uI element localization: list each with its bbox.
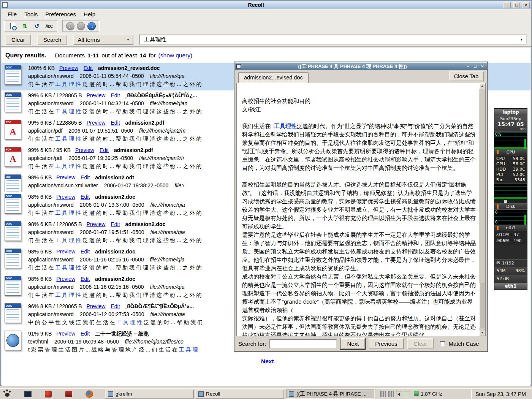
preview-link[interactable]: Preview	[59, 65, 78, 71]
doc-file-icon: DOC	[5, 65, 21, 85]
taskbar: gkrellmRecoll((工 PHRASE 4 具 PHRASE ... 1…	[0, 388, 532, 399]
menu-tools[interactable]: Tools	[21, 10, 41, 19]
html-file-icon	[5, 331, 21, 350]
next-page-button[interactable]: →	[87, 22, 96, 30]
taskbar-button[interactable]: Recoll	[195, 390, 284, 399]
edit-link[interactable]: Edit	[81, 276, 90, 282]
power-icon[interactable]	[404, 391, 410, 397]
search-query-input[interactable]: 工具理性 ▼	[139, 35, 527, 45]
taskbar-button[interactable]: gkrellm	[105, 390, 194, 399]
disk-top-label: 0	[495, 210, 497, 214]
result-mime: application/msword	[28, 284, 74, 290]
package-launcher-icon[interactable]	[43, 390, 53, 399]
search-mode-select[interactable]: All terms ▼	[73, 35, 133, 45]
minimize-icon[interactable]: –	[504, 2, 511, 8]
result-filename: admission2.odt	[95, 174, 134, 180]
term-explorer-button[interactable]: ÂbC	[44, 22, 54, 31]
preview-paragraph: 需要注意的是这些毕业后在社会上能成功发展的学生并不一定是在大学里学习成绩最好的学…	[242, 231, 476, 272]
preview-link[interactable]: Preview	[75, 147, 94, 153]
result-relevance-size: 99% 6 KB / 1228865 B	[28, 92, 82, 98]
preview-task-icon	[289, 391, 294, 397]
edit-link[interactable]: Edit	[111, 120, 120, 126]
history-tool-button[interactable]: ↺	[32, 22, 42, 31]
clear-button[interactable]: Clear	[5, 34, 31, 45]
result-snippet: t 彩 票 管 理 生 活 图 片 ... 战 略 与 管 理 地 产 经 ..…	[28, 346, 198, 354]
footprint-launcher-icon[interactable]	[2, 390, 12, 399]
menu-preferences[interactable]: Preferences	[41, 10, 80, 19]
preview-tab[interactable]: admission2...evised.doc	[238, 72, 309, 83]
fan-row: Fan3348	[496, 177, 525, 183]
first-page-button[interactable]: ←	[66, 22, 74, 30]
maximize-icon[interactable]: □	[513, 2, 520, 8]
find-previous-button[interactable]: Previous	[369, 338, 404, 349]
preview-paragraph: 实际很难），但他的素养和视野很可能更多的得于他自己的努力和经历。这对他自己（甚至…	[242, 314, 476, 336]
editor-launcher-icon[interactable]	[64, 390, 74, 399]
keyboard-indicator-icon[interactable]	[380, 391, 386, 397]
toolbar: ⇅ ↺ ÂbC ← ← →	[1, 19, 531, 33]
scroll-up-icon[interactable]: ▲	[479, 83, 485, 89]
menu-file[interactable]: File	[4, 10, 21, 19]
preview-link[interactable]: Preview	[87, 303, 106, 309]
sensor-value: 52.0C	[513, 172, 525, 177]
gkrellm-mo-label: mo	[496, 127, 526, 131]
preview-link[interactable]: Preview	[56, 194, 75, 200]
edit-link[interactable]: Edit	[111, 303, 120, 309]
match-case-checkbox[interactable]	[440, 341, 445, 346]
show-query-link[interactable]: (show query)	[158, 52, 193, 59]
gkrellm-time: 15:47 05	[496, 121, 526, 127]
edit-link[interactable]: Edit	[81, 194, 90, 200]
recoll-app-icon	[2, 2, 8, 8]
result-filename: admission2.doc	[125, 221, 166, 227]
preview-close-icon[interactable]: ×	[479, 63, 486, 70]
cpu-percent-label: 0%	[495, 132, 501, 136]
close-tab-button[interactable]: Close Tab	[449, 71, 484, 81]
preview-link[interactable]: Preview	[56, 249, 75, 255]
result-date: 2006-01-11 04:32:14 -0500	[80, 100, 144, 106]
volume-icon[interactable]	[396, 391, 402, 397]
result-relevance-size: 91% 9 KB	[28, 331, 52, 337]
menu-help[interactable]: Help	[80, 10, 99, 19]
preview-scrollbar[interactable]: ▲ ▼	[479, 83, 485, 336]
gkrellm-slider[interactable]	[494, 199, 527, 203]
terminal-launcher-icon[interactable]	[23, 390, 33, 399]
edit-link[interactable]: Edit	[81, 249, 90, 255]
result-date: 2006-11-16 02:15:16 -0500	[80, 284, 144, 290]
firefox-launcher-icon[interactable]	[84, 390, 94, 399]
preview-search-input[interactable]	[269, 339, 337, 348]
preview-link[interactable]: Preview	[56, 331, 75, 337]
preview-link[interactable]: Preview	[87, 92, 106, 98]
preview-tool-button[interactable]	[8, 22, 17, 31]
preview-link[interactable]: Preview	[87, 120, 106, 126]
preview-minimize-icon[interactable]: –	[465, 63, 471, 70]
file-type-badge: DOC	[5, 93, 21, 97]
edit-link[interactable]: Edit	[100, 147, 109, 153]
input-method-icon[interactable]	[388, 391, 394, 397]
result-mime: application/pdf	[28, 155, 62, 161]
edit-link[interactable]: Edit	[81, 331, 90, 337]
close-icon[interactable]: ×	[522, 2, 530, 8]
preview-maximize-icon[interactable]: □	[472, 63, 478, 70]
edit-link[interactable]: Edit	[84, 65, 93, 71]
result-date: 2006-01-07 19:51:51 -0500	[68, 128, 133, 134]
next-results-link[interactable]: Next	[261, 358, 274, 365]
doc-file-icon: DOC	[5, 92, 21, 112]
preview-link[interactable]: Preview	[56, 276, 75, 282]
scrollbar-thumb[interactable]	[479, 283, 485, 328]
preview-link[interactable]: Preview	[87, 221, 106, 227]
edit-link[interactable]: Edit	[111, 92, 120, 98]
result-url: file:///home/qia	[150, 256, 185, 263]
preview-link[interactable]: Preview	[56, 174, 75, 180]
scroll-down-icon[interactable]: ▼	[479, 330, 485, 336]
edit-link[interactable]: Edit	[81, 174, 90, 180]
prev-page-button[interactable]: ←	[77, 22, 85, 30]
taskbar-button[interactable]: ((工 PHRASE 4 具 PHRASE ...	[286, 390, 375, 399]
search-button[interactable]: Search	[37, 34, 68, 45]
sort-tool-button[interactable]: ⇅	[20, 22, 30, 31]
find-clear-button[interactable]: Clear	[407, 338, 434, 349]
taskbar-button-label: ((工 PHRASE 4 具 PHRASE ...	[296, 391, 367, 397]
find-next-button[interactable]: Next	[340, 338, 365, 349]
edit-link[interactable]: Edit	[111, 221, 120, 227]
recoll-task-icon	[198, 391, 204, 397]
documents-total: 14	[139, 52, 146, 59]
file-type-badge: PDF	[5, 120, 21, 124]
